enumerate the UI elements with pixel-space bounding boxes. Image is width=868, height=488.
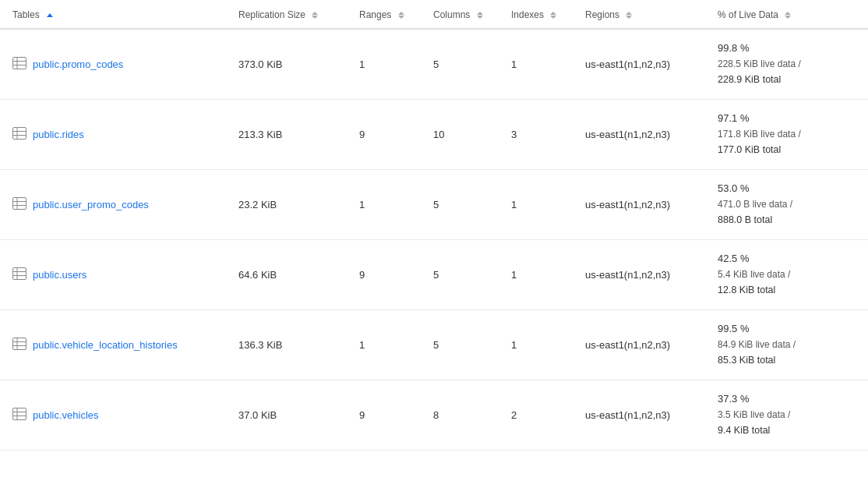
indexes-cell: 1 [499,169,573,239]
table-icon [12,338,26,352]
tables-sort-icon [47,13,53,17]
table-icon [12,57,26,72]
svg-rect-20 [13,408,26,419]
live-data-percent: 37.3 % [718,391,856,408]
table-header-row: Tables Replication Size [0,0,868,29]
table-name-cell: public.user_promo_codes [0,169,226,239]
col-indexes-label: Indexes [511,9,544,20]
table-name-text[interactable]: public.vehicles [33,409,99,421]
table-name-text[interactable]: public.user_promo_codes [33,199,149,210]
live-data-percent: 99.8 % [718,41,856,57]
svg-rect-4 [13,127,26,139]
live-data-total: 177.0 KiB total [718,142,856,157]
live-data-cell: 97.1 % 171.8 KiB live data / 177.0 KiB t… [705,99,868,169]
col-regions-label: Regions [585,9,619,20]
table-row: public.vehicle_location_histories 136.3 … [0,309,868,380]
live-data-total: 85.3 KiB total [718,352,856,368]
table-name-cell: public.rides [0,99,226,169]
col-tables-label: Tables [12,9,40,20]
indexes-sort-icon [550,12,556,19]
live-data-detail: 471.0 B live data / [718,197,856,212]
table-icon [12,267,26,282]
columns-cell: 5 [421,169,499,239]
col-replication-label: Replication Size [238,9,305,20]
replication-cell: 213.3 KiB [226,99,347,169]
col-livedata-label: % of Live Data [718,9,778,20]
ranges-cell: 9 [347,99,421,169]
live-data-percent: 42.5 % [718,251,856,267]
replication-cell: 64.6 KiB [226,239,347,309]
table-name-cell: public.users [0,239,226,309]
live-data-total: 9.4 KiB total [718,423,856,438]
col-header-livedata[interactable]: % of Live Data [705,0,868,29]
table-row: public.vehicles 37.0 KiB982us-east1(n1,n… [0,380,868,450]
live-data-detail: 5.4 KiB live data / [718,267,856,282]
regions-cell: us-east1(n1,n2,n3) [573,380,705,450]
indexes-cell: 3 [499,99,573,169]
svg-rect-16 [13,338,26,349]
tables-table: Tables Replication Size [0,0,868,451]
live-data-cell: 99.5 % 84.9 KiB live data / 85.3 KiB tot… [705,309,868,380]
col-ranges-label: Ranges [359,9,391,20]
indexes-cell: 1 [499,29,573,99]
live-data-total: 888.0 B total [718,212,856,228]
ranges-cell: 1 [347,309,421,380]
live-data-cell: 53.0 % 471.0 B live data / 888.0 B total [705,169,868,239]
table-icon [12,197,26,212]
table-row: public.users 64.6 KiB951us-east1(n1,n2,n… [0,239,868,309]
ranges-cell: 1 [347,29,421,99]
ranges-cell: 9 [347,380,421,450]
columns-cell: 5 [421,309,499,380]
table-icon [12,408,26,423]
regions-cell: us-east1(n1,n2,n3) [573,239,705,309]
col-header-replication[interactable]: Replication Size [226,0,347,29]
live-data-percent: 99.5 % [718,321,856,338]
col-header-regions[interactable]: Regions [573,0,705,29]
ranges-sort-icon [398,12,404,19]
table-name-text[interactable]: public.vehicle_location_histories [33,339,178,351]
replication-cell: 37.0 KiB [226,380,347,450]
col-header-indexes[interactable]: Indexes [499,0,573,29]
table-name-text[interactable]: public.promo_codes [33,58,123,70]
table-name-cell: public.vehicles [0,380,226,450]
col-header-ranges[interactable]: Ranges [347,0,421,29]
columns-cell: 5 [421,29,499,99]
regions-sort-icon [626,12,632,19]
indexes-cell: 2 [499,380,573,450]
live-data-detail: 3.5 KiB live data / [718,408,856,423]
table-row: public.user_promo_codes 23.2 KiB151us-ea… [0,169,868,239]
live-data-percent: 97.1 % [718,111,856,127]
regions-cell: us-east1(n1,n2,n3) [573,29,705,99]
live-data-percent: 53.0 % [718,181,856,197]
table-row: public.promo_codes 373.0 KiB151us-east1(… [0,29,868,99]
live-data-total: 12.8 KiB total [718,282,856,298]
database-tables-container: Tables Replication Size [0,0,868,451]
live-data-cell: 37.3 % 3.5 KiB live data / 9.4 KiB total [705,380,868,450]
regions-cell: us-east1(n1,n2,n3) [573,99,705,169]
live-data-detail: 228.5 KiB live data / [718,57,856,72]
svg-rect-8 [13,197,26,209]
table-row: public.rides 213.3 KiB9103us-east1(n1,n2… [0,99,868,169]
col-header-tables[interactable]: Tables [0,0,226,29]
table-name-text[interactable]: public.rides [33,129,84,140]
replication-cell: 136.3 KiB [226,309,347,380]
table-name-cell: public.vehicle_location_histories [0,309,226,380]
columns-cell: 8 [421,380,499,450]
live-data-cell: 99.8 % 228.5 KiB live data / 228.9 KiB t… [705,29,868,99]
columns-cell: 10 [421,99,499,169]
replication-cell: 373.0 KiB [226,29,347,99]
table-name-text[interactable]: public.users [33,269,86,281]
table-name-cell: public.promo_codes [0,29,226,99]
regions-cell: us-east1(n1,n2,n3) [573,309,705,380]
col-columns-label: Columns [433,9,470,20]
svg-rect-12 [13,267,26,279]
ranges-cell: 1 [347,169,421,239]
columns-cell: 5 [421,239,499,309]
indexes-cell: 1 [499,239,573,309]
live-data-detail: 84.9 KiB live data / [718,338,856,352]
livedata-sort-icon [785,12,791,19]
col-header-columns[interactable]: Columns [421,0,499,29]
columns-sort-icon [477,12,483,19]
live-data-cell: 42.5 % 5.4 KiB live data / 12.8 KiB tota… [705,239,868,309]
live-data-detail: 171.8 KiB live data / [718,127,856,142]
